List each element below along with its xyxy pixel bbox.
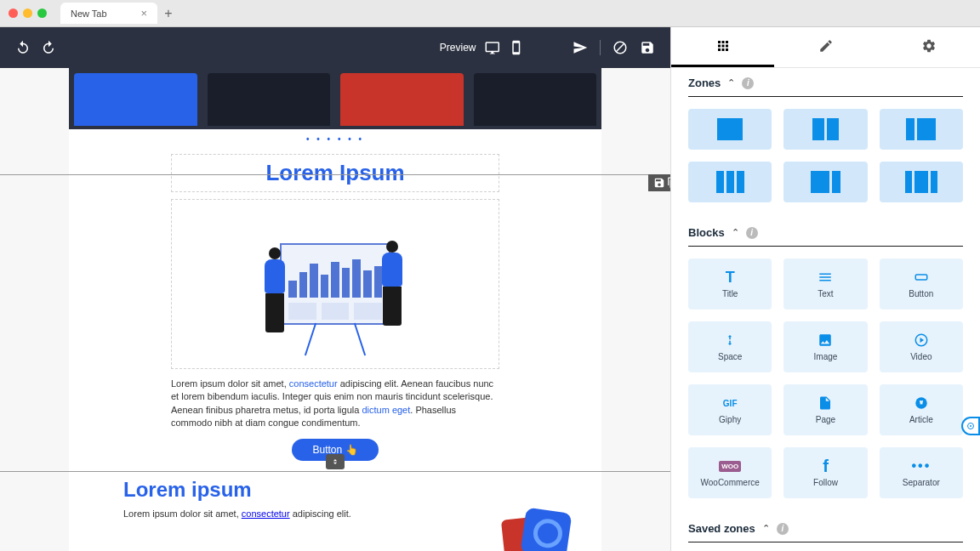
chevron-up-icon: ⌃ xyxy=(732,227,739,238)
redo-icon[interactable] xyxy=(41,40,56,55)
content-row-2[interactable]: Lorem ipsum dolor sit amet, consectetur … xyxy=(69,508,601,551)
minimize-window-icon[interactable] xyxy=(23,9,32,18)
section-blocks-header[interactable]: Blocks ⌃ i xyxy=(688,218,963,247)
section-saved-header[interactable]: Saved zones ⌃ i xyxy=(688,514,963,542)
editor-toolbar: Preview xyxy=(0,27,670,68)
duplicate-zone-icon[interactable] xyxy=(667,177,670,189)
desktop-preview-icon[interactable] xyxy=(484,40,499,55)
image-block[interactable] xyxy=(171,199,499,369)
zone-layout-3col[interactable] xyxy=(688,162,772,202)
help-icon xyxy=(966,421,976,431)
illustration-easel xyxy=(301,322,369,356)
svg-point-12 xyxy=(970,425,971,427)
close-tab-icon[interactable]: × xyxy=(141,7,148,20)
tab-title: New Tab xyxy=(71,9,107,19)
editor-pane: Preview • • • • • • xyxy=(0,27,670,551)
block-video[interactable]: Video xyxy=(880,321,963,372)
header-shape-dark-2 xyxy=(474,73,597,126)
edit-icon xyxy=(818,38,834,54)
tab-settings[interactable] xyxy=(877,27,980,67)
help-fab[interactable] xyxy=(961,417,980,435)
sidebar-tabs xyxy=(671,27,980,68)
header-block[interactable] xyxy=(69,68,601,129)
block-page[interactable]: Page xyxy=(783,384,867,435)
divider xyxy=(600,40,601,55)
block-article[interactable]: Article xyxy=(880,384,963,435)
tab-blocks[interactable] xyxy=(671,27,774,67)
zone-layout-1-2-1[interactable] xyxy=(880,162,963,202)
mobile-preview-icon[interactable] xyxy=(508,40,523,55)
email-canvas[interactable]: • • • • • • Lorem Ipsum xyxy=(69,68,601,551)
info-icon[interactable]: i xyxy=(742,77,754,89)
block-woocommerce[interactable]: WOOWooCommerce xyxy=(688,447,772,498)
section-zones-title: Zones xyxy=(688,77,721,89)
maximize-window-icon[interactable] xyxy=(37,9,47,18)
preview-label: Preview xyxy=(440,42,476,54)
cancel-icon[interactable] xyxy=(612,40,628,55)
illustration-person-left xyxy=(259,247,291,341)
info-icon[interactable]: i xyxy=(777,523,789,535)
header-shape-blue xyxy=(74,73,197,126)
illustration-person-right xyxy=(376,241,408,334)
block-separator[interactable]: •••Separator xyxy=(880,447,963,498)
info-icon[interactable]: i xyxy=(746,227,758,239)
block-image[interactable]: Image xyxy=(783,321,867,372)
tab-edit[interactable] xyxy=(774,27,877,67)
block-space[interactable]: Space xyxy=(688,321,772,372)
browser-tab[interactable]: New Tab × xyxy=(60,3,157,24)
image-block-2[interactable] xyxy=(499,508,584,551)
gear-blue-shape xyxy=(521,507,573,551)
separator-dots: • • • • • • xyxy=(69,129,601,145)
undo-icon[interactable] xyxy=(15,40,31,55)
illustration-board xyxy=(280,243,390,325)
close-window-icon[interactable] xyxy=(9,9,18,18)
zone-layout-2col[interactable] xyxy=(783,109,867,150)
zone-layout-1col[interactable] xyxy=(688,109,772,150)
block-title[interactable]: TTitle xyxy=(688,258,772,310)
chevron-up-icon: ⌃ xyxy=(762,523,770,534)
save-zone-icon[interactable] xyxy=(653,177,665,189)
header-shape-dark xyxy=(208,73,331,126)
header-shape-red xyxy=(340,73,464,126)
text-block-2[interactable]: Lorem ipsum dolor sit amet, consectetur … xyxy=(86,508,482,551)
block-text[interactable]: Text xyxy=(783,258,867,310)
sidebar: Zones ⌃ i Blocks ⌃ i TTitle Text Button xyxy=(670,27,980,551)
grid-icon xyxy=(715,38,731,54)
section-zones-header[interactable]: Zones ⌃ i xyxy=(688,68,963,97)
block-giphy[interactable]: GIFGiphy xyxy=(688,384,772,435)
send-icon[interactable] xyxy=(573,40,588,55)
gear-icon xyxy=(921,38,937,54)
svg-rect-0 xyxy=(915,275,927,280)
window-controls xyxy=(9,9,47,18)
block-follow[interactable]: fFollow xyxy=(783,447,867,498)
resize-handle[interactable] xyxy=(326,454,345,469)
save-icon[interactable] xyxy=(640,40,655,55)
new-tab-button[interactable]: + xyxy=(164,6,172,21)
chevron-up-icon: ⌃ xyxy=(727,77,735,88)
block-button[interactable]: Button xyxy=(880,258,963,310)
text-link-3[interactable]: consectetur xyxy=(242,508,290,519)
zone-layout-3-1[interactable] xyxy=(783,162,867,202)
zone-toolbar xyxy=(648,174,670,191)
browser-chrome: New Tab × + xyxy=(0,0,980,27)
section-blocks-title: Blocks xyxy=(688,226,725,239)
zone-layout-1-3[interactable] xyxy=(880,109,963,150)
section-saved-title: Saved zones xyxy=(688,522,755,535)
